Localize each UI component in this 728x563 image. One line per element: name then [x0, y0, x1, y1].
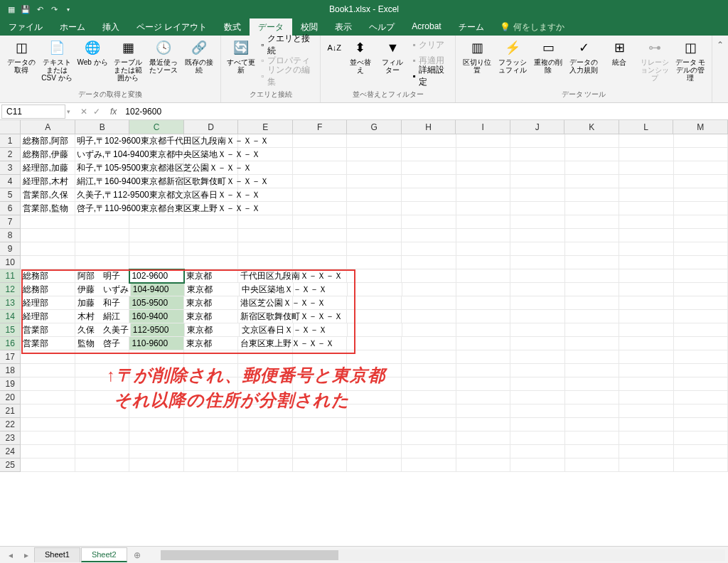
cell-H4[interactable] [402, 175, 456, 188]
cell-J7[interactable] [510, 215, 565, 229]
data-model-button[interactable]: ◫データ モデルの管理 [673, 37, 707, 83]
cell-D8[interactable] [184, 229, 239, 242]
fx-icon[interactable]: fx [106, 107, 121, 117]
cell-K25[interactable] [565, 459, 620, 472]
tab-ファイル[interactable]: ファイル [0, 18, 51, 36]
redo-icon[interactable]: ↷ [48, 4, 60, 15]
cell-M13[interactable] [674, 296, 728, 310]
cell-L3[interactable] [619, 161, 674, 175]
cell-C16[interactable]: 110-9600 [129, 337, 184, 350]
cell-L8[interactable] [619, 229, 674, 242]
cell-E17[interactable] [238, 350, 293, 364]
cell-B11[interactable]: 阿部 明子 [75, 269, 130, 283]
cell-A23[interactable] [21, 431, 75, 445]
scroll-thumb[interactable] [161, 550, 338, 560]
cell-K2[interactable] [565, 148, 620, 161]
cell-G11[interactable] [347, 269, 402, 283]
cell-F24[interactable] [293, 445, 348, 459]
cell-E24[interactable] [238, 445, 293, 459]
cell-I5[interactable] [456, 188, 511, 202]
filter-button[interactable]: ▼フィルター [378, 37, 409, 75]
cell-H12[interactable] [402, 283, 456, 296]
cell-L19[interactable] [619, 377, 674, 391]
cell-D15[interactable]: 東京都 [185, 323, 239, 337]
cell-H8[interactable] [402, 229, 456, 242]
tab-表示[interactable]: 表示 [326, 18, 360, 36]
cell-C24[interactable] [129, 445, 184, 459]
cell-K4[interactable] [565, 175, 620, 188]
cell-A3[interactable]: 経理部,加藤 和子,〒105-9500東京都港区芝公園Ｘ－Ｘ－Ｘ [21, 161, 75, 175]
cell-H13[interactable] [402, 296, 456, 310]
cell-A4[interactable]: 経理部,木村 絹江,〒160-9400東京都新宿区歌舞伎町Ｘ－Ｘ－Ｘ [21, 175, 75, 188]
cell-J22[interactable] [510, 418, 565, 431]
cell-I12[interactable] [456, 283, 510, 296]
cell-M23[interactable] [674, 431, 728, 445]
cell-D13[interactable]: 東京都 [184, 296, 239, 310]
select-all-corner[interactable] [0, 120, 21, 134]
ribbon-データの取得[interactable]: ◫データの取得 [4, 37, 38, 75]
cell-I15[interactable] [456, 323, 510, 337]
col-header-I[interactable]: I [456, 120, 510, 134]
cell-L4[interactable] [619, 175, 674, 188]
cell-H18[interactable] [402, 364, 456, 377]
row-header-7[interactable]: 7 [0, 215, 21, 229]
cell-L9[interactable] [619, 242, 674, 256]
cell-G24[interactable] [347, 445, 402, 459]
cell-L17[interactable] [619, 350, 674, 364]
cell-A16[interactable]: 営業部 [21, 337, 75, 350]
cell-L21[interactable] [619, 404, 674, 418]
cell-G25[interactable] [347, 459, 402, 472]
cell-D22[interactable] [184, 418, 239, 431]
cell-A20[interactable] [21, 391, 75, 404]
cell-D9[interactable] [184, 242, 239, 256]
cell-A25[interactable] [21, 459, 75, 472]
col-header-K[interactable]: K [564, 120, 619, 134]
cell-I24[interactable] [456, 445, 511, 459]
cell-G9[interactable] [347, 242, 402, 256]
sheet-nav-next-icon[interactable]: ▸ [18, 550, 34, 560]
cell-B12[interactable]: 伊藤 いずみ [75, 283, 131, 296]
cell-M5[interactable] [674, 188, 728, 202]
row-header-9[interactable]: 9 [0, 242, 21, 256]
tab-挿入[interactable]: 挿入 [94, 18, 128, 36]
cell-H23[interactable] [402, 431, 456, 445]
col-header-A[interactable]: A [21, 120, 75, 134]
cell-D14[interactable]: 東京都 [184, 310, 239, 323]
cell-C13[interactable]: 105-9500 [129, 296, 184, 310]
cell-I22[interactable] [456, 418, 511, 431]
sort-az-button[interactable]: A↓Z [325, 37, 343, 58]
ribbon-テーブルまたは範囲から[interactable]: ▦テーブルまたは範囲から [111, 37, 145, 83]
cell-J3[interactable] [510, 161, 565, 175]
cell-G10[interactable] [347, 256, 402, 269]
cell-G22[interactable] [347, 418, 402, 431]
save-icon[interactable]: 💾 [20, 4, 31, 15]
cell-C22[interactable] [129, 418, 184, 431]
ribbon-テキストまたは CSV から[interactable]: 📄テキストまたは CSV から [40, 37, 74, 83]
cell-J4[interactable] [510, 175, 565, 188]
ribbon-既存の接続[interactable]: 🔗既存の接続 [182, 37, 216, 75]
cell-F1[interactable] [293, 134, 348, 148]
col-header-C[interactable]: C [129, 120, 184, 134]
row-header-11[interactable]: 11 [0, 269, 21, 283]
cell-H6[interactable] [402, 202, 456, 215]
row-header-21[interactable]: 21 [0, 404, 21, 418]
cell-B25[interactable] [75, 459, 130, 472]
cell-I1[interactable] [456, 134, 511, 148]
cell-I16[interactable] [456, 337, 511, 350]
cell-A15[interactable]: 営業部 [21, 323, 75, 337]
cell-D10[interactable] [184, 256, 239, 269]
cell-G3[interactable] [347, 161, 402, 175]
cell-J6[interactable] [510, 202, 565, 215]
cell-F23[interactable] [293, 431, 348, 445]
cell-L7[interactable] [619, 215, 674, 229]
cell-A6[interactable]: 営業部,監物 啓子,〒110-9600東京都台東区東上野Ｘ－Ｘ－Ｘ [21, 202, 75, 215]
cell-H16[interactable] [402, 337, 456, 350]
cell-E25[interactable] [238, 459, 293, 472]
cell-M17[interactable] [674, 350, 728, 364]
cell-M18[interactable] [674, 364, 728, 377]
row-header-10[interactable]: 10 [0, 256, 21, 269]
cell-M4[interactable] [674, 175, 728, 188]
cell-K5[interactable] [565, 188, 620, 202]
cell-D17[interactable] [184, 350, 239, 364]
cell-L24[interactable] [619, 445, 674, 459]
